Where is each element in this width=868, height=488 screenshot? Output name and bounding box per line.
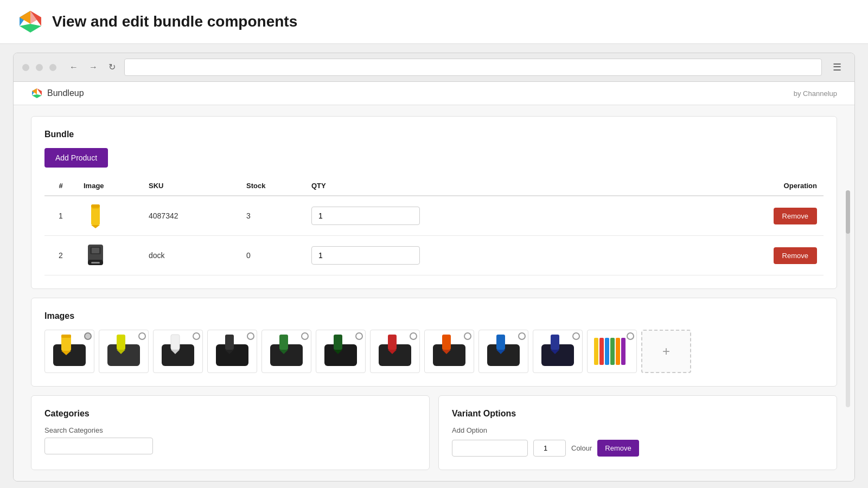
image-thumb-3[interactable] xyxy=(153,330,203,373)
remove-button-2[interactable]: Remove xyxy=(774,247,817,264)
image-thumb-11[interactable] xyxy=(587,330,637,373)
table-header-row: # Image SKU Stock QTY Operation xyxy=(44,176,824,196)
svg-rect-29 xyxy=(225,335,234,350)
thumb-img-7 xyxy=(376,333,414,369)
svg-marker-11 xyxy=(91,225,100,228)
main-content: Bundle Add Product # Image SKU Stock QTY… xyxy=(14,105,854,481)
browser-address-bar[interactable] xyxy=(124,59,822,76)
thumb-img-5 xyxy=(267,333,305,369)
image-thumb-10[interactable] xyxy=(533,330,583,373)
svg-rect-41 xyxy=(442,335,451,350)
svg-rect-38 xyxy=(388,335,397,350)
image-radio-4[interactable] xyxy=(247,332,254,340)
row-1-sku: 4087342 xyxy=(142,196,240,236)
thumb-img-2 xyxy=(105,333,143,369)
browser-forward-button[interactable]: → xyxy=(87,62,100,73)
row-2-qty xyxy=(305,236,457,275)
row-1-operation: Remove xyxy=(457,196,824,236)
image-thumb-9[interactable] xyxy=(478,330,528,373)
image-thumb-6[interactable] xyxy=(316,330,366,373)
image-radio-1[interactable] xyxy=(84,332,92,340)
row-1-stock: 3 xyxy=(240,196,305,236)
app-brand: Bundleup xyxy=(31,87,84,99)
col-header-image: Image xyxy=(77,176,142,196)
bundle-section-title: Bundle xyxy=(44,130,824,139)
variant-row: Colour Remove xyxy=(452,440,824,457)
col-header-num: # xyxy=(44,176,77,196)
app-content: Bundleup by Channelup Bundle Add Product… xyxy=(14,82,854,481)
browser-minimize-dot xyxy=(36,64,43,71)
row-2-operation: Remove xyxy=(457,236,824,275)
svg-marker-2 xyxy=(20,24,41,33)
col-header-operation: Operation xyxy=(457,176,824,196)
image-thumb-5[interactable] xyxy=(261,330,311,373)
remove-button-1[interactable]: Remove xyxy=(774,208,817,224)
image-radio-3[interactable] xyxy=(193,332,200,340)
top-header: View and edit bundle components xyxy=(0,0,868,44)
row-2-sku: dock xyxy=(142,236,240,275)
product-image-2 xyxy=(84,242,107,268)
browser-titlebar: ← → ↻ ☰ xyxy=(14,53,854,82)
col-header-qty: QTY xyxy=(305,176,457,196)
scrollbar-track xyxy=(846,190,850,407)
image-radio-11[interactable] xyxy=(627,332,634,340)
thumb-img-11 xyxy=(593,333,631,369)
row-1-qty xyxy=(305,196,457,236)
image-thumb-2[interactable] xyxy=(99,330,149,373)
image-thumb-1[interactable] xyxy=(44,330,94,373)
image-radio-5[interactable] xyxy=(301,332,309,340)
add-product-button[interactable]: Add Product xyxy=(44,148,108,168)
thumb-img-1 xyxy=(50,333,88,369)
table-row: 2 xyxy=(44,236,824,275)
add-image-icon: + xyxy=(662,344,670,359)
add-image-button[interactable]: + xyxy=(641,330,691,373)
row-1-image xyxy=(77,196,142,236)
thumb-img-10 xyxy=(539,333,577,369)
images-section-title: Images xyxy=(44,311,824,321)
thumb-img-9 xyxy=(484,333,522,369)
image-radio-9[interactable] xyxy=(518,332,526,340)
qty-input-2[interactable] xyxy=(311,246,420,265)
svg-marker-7 xyxy=(32,94,42,98)
browser-reload-button[interactable]: ↻ xyxy=(106,62,118,73)
brand-name: Bundleup xyxy=(47,88,84,98)
variant-options-title: Variant Options xyxy=(452,409,824,419)
scrollbar-thumb[interactable] xyxy=(846,190,850,234)
by-channelup-label: by Channelup xyxy=(794,89,837,98)
col-header-sku: SKU xyxy=(142,176,240,196)
qty-input-1[interactable] xyxy=(311,207,420,225)
thumb-img-3 xyxy=(159,333,197,369)
variant-qty-input[interactable] xyxy=(533,440,566,457)
image-radio-2[interactable] xyxy=(138,332,146,340)
row-2-stock: 0 xyxy=(240,236,305,275)
image-radio-10[interactable] xyxy=(572,332,580,340)
search-categories-input[interactable] xyxy=(44,438,153,454)
image-radio-7[interactable] xyxy=(410,332,417,340)
browser-back-button[interactable]: ← xyxy=(67,62,80,73)
svg-rect-47 xyxy=(551,335,559,350)
svg-rect-10 xyxy=(91,204,100,208)
image-radio-8[interactable] xyxy=(464,332,471,340)
svg-rect-32 xyxy=(279,335,288,350)
image-radio-6[interactable] xyxy=(355,332,363,340)
variant-name-input[interactable] xyxy=(452,440,528,457)
app-navbar: Bundleup by Channelup xyxy=(14,82,854,105)
image-thumb-4[interactable] xyxy=(207,330,257,373)
image-thumb-8[interactable] xyxy=(424,330,474,373)
image-thumb-7[interactable] xyxy=(370,330,420,373)
browser-menu-button[interactable]: ☰ xyxy=(828,60,846,74)
variant-remove-button[interactable]: Remove xyxy=(597,440,639,457)
page-title: View and edit bundle components xyxy=(52,13,297,30)
categories-card: Categories Search Categories xyxy=(31,395,430,470)
svg-rect-53 xyxy=(616,338,620,365)
app-logo xyxy=(17,9,43,35)
svg-rect-49 xyxy=(594,338,598,365)
row-1-num: 1 xyxy=(44,196,77,236)
svg-rect-35 xyxy=(334,335,342,350)
table-row: 1 xyxy=(44,196,824,236)
browser-close-dot xyxy=(22,64,29,71)
col-header-stock: Stock xyxy=(240,176,305,196)
svg-rect-44 xyxy=(496,335,505,350)
thumb-img-4 xyxy=(213,333,251,369)
images-card: Images xyxy=(31,298,837,387)
